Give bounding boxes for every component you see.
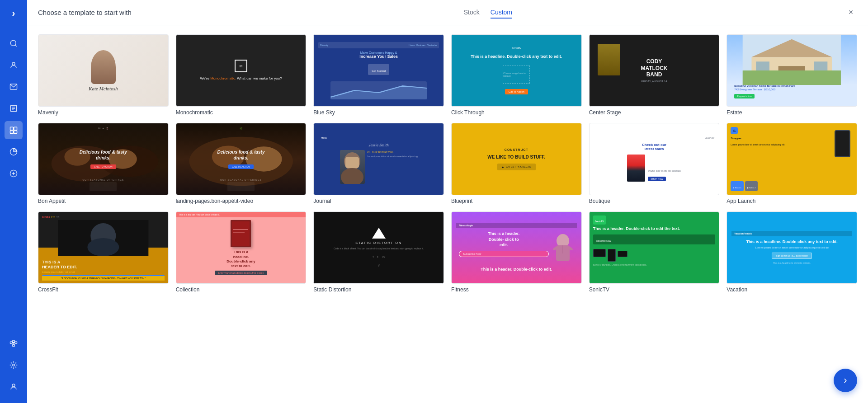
template-card-sonictv[interactable]: SonicTV This is a header. Double-click t…: [589, 211, 720, 293]
sidebar: ›: [0, 0, 27, 403]
fitness-cta: Subscribe Now: [459, 251, 549, 257]
template-thumb-staticdistortion: STATIC DISTORTION Code is a block of tex…: [313, 211, 444, 284]
template-card-mavenly[interactable]: Kate Mcintosh Mavenly: [38, 34, 169, 116]
template-card-bonappetit-video[interactable]: 🌿 Delicious food & tastydrinks. CALL TO …: [176, 123, 307, 204]
template-card-clickthrough[interactable]: Simplify This is a headline. Double-clic…: [451, 34, 582, 116]
svg-rect-45: [232, 221, 250, 246]
mono-headline: We're Monochromatic. What can we make fo…: [200, 76, 282, 81]
svg-rect-46: [233, 229, 248, 230]
template-thumb-boutique: JILLIANT Check out ourlatest sales Doubl…: [589, 123, 720, 195]
mono-m-icon: M: [235, 60, 247, 72]
svg-rect-19: [13, 344, 15, 347]
template-name-blueprint: Blueprint: [451, 198, 582, 204]
template-card-centerstage[interactable]: CODYMATLOCKBAND FRIDAY, AUGUST 14 Center…: [589, 34, 720, 116]
collapse-sidebar-button[interactable]: ›: [5, 5, 23, 23]
staticdistortion-title: STATIC DISTORTION: [355, 241, 402, 244]
template-card-journal[interactable]: Menu Jessie Smith Hi, nice to meet: [313, 123, 444, 204]
bonappetit-headline: Delicious food & tastydrinks.: [80, 149, 127, 161]
add-section-icon[interactable]: [5, 164, 23, 183]
svg-rect-47: [233, 232, 245, 233]
cs-subtext: FRIDAY, AUGUST 14: [641, 80, 667, 83]
fab-next-button[interactable]: ›: [834, 369, 857, 392]
svg-rect-17: [15, 342, 17, 344]
template-card-applaunch[interactable]: S Snapper Lorem ipsum dolor sit amet con…: [726, 123, 857, 204]
template-thumb-centerstage: CODYMATLOCKBAND FRIDAY, AUGUST 14: [589, 34, 720, 107]
integrations-icon[interactable]: [5, 334, 23, 352]
tab-stock[interactable]: Stock: [464, 7, 480, 19]
blueprint-headline: WE LIKE TO BUILD STUFF.: [487, 154, 545, 160]
fitness-headline2: This is a header. Double-click to edit.: [481, 267, 552, 272]
svg-point-2: [12, 62, 15, 65]
estate-house-image: [727, 35, 857, 85]
crossfit-headline: THIS IS AHEADER TO EDIT.: [42, 260, 165, 270]
template-card-bluesky[interactable]: Bluesky Home Features Territories Make C…: [313, 34, 444, 116]
template-thumb-collection: This is a top bar. You can close or hide…: [176, 211, 307, 284]
template-card-estate[interactable]: Beautiful Victorian home for sale in Inm…: [726, 34, 857, 116]
template-thumb-sonictv: SonicTV This is a header. Double-click t…: [589, 211, 720, 284]
svg-rect-10: [10, 131, 14, 134]
template-name-collection: Collection: [176, 286, 307, 293]
template-name-mavenly: Mavenly: [38, 109, 169, 116]
template-name-bonappetit: Bon Appétit: [38, 198, 169, 204]
template-thumb-bonappetit-video: 🌿 Delicious food & tastydrinks. CALL TO …: [176, 123, 307, 195]
template-thumb-monochromatic: M We're Monochromatic. What can we make …: [176, 34, 307, 107]
template-thumb-blueprint: CONSTRUCT WE LIKE TO BUILD STUFF. ▶ LATE…: [451, 123, 582, 195]
template-card-monochromatic[interactable]: M We're Monochromatic. What can we make …: [176, 34, 307, 116]
contacts-icon[interactable]: [5, 56, 23, 74]
analytics-icon[interactable]: [5, 143, 23, 161]
svg-rect-40: [345, 157, 359, 168]
template-card-collection[interactable]: This is a top bar. You can close or hide…: [176, 211, 307, 293]
template-thumb-estate: Beautiful Victorian home for sale in Inm…: [726, 34, 857, 107]
template-thumb-applaunch: S Snapper Lorem ipsum dolor sit amet con…: [726, 123, 857, 195]
applaunch-brand: Snapper: [731, 137, 741, 140]
template-name-bluesky: Blue Sky: [313, 109, 444, 116]
template-card-staticdistortion[interactable]: STATIC DISTORTION Code is a block of tex…: [313, 211, 444, 293]
template-thumb-bluesky: Bluesky Home Features Territories Make C…: [313, 34, 444, 107]
svg-rect-9: [14, 127, 17, 130]
boutique-person: [627, 155, 645, 182]
template-thumb-fitness: FitnessYogin This is a header.Double- cl…: [451, 211, 582, 284]
template-thumb-crossfit: CROSSFIT ✦✦ THIS IS AHEADER TO EDIT. Lor…: [38, 211, 169, 284]
search-icon[interactable]: [5, 34, 23, 52]
template-card-blueprint[interactable]: CONSTRUCT WE LIKE TO BUILD STUFF. ▶ LATE…: [451, 123, 582, 204]
template-name-vacation: Vacation: [726, 286, 857, 293]
header-tabs: Stock Custom: [464, 7, 512, 19]
template-name-crossfit: CrossFit: [38, 286, 169, 293]
template-name-boutique: Boutique: [589, 198, 720, 204]
template-card-bonappetit[interactable]: 🍽 ✦ 🍷 Delicious food & tastydrinks. CALL…: [38, 123, 169, 204]
template-name-staticdistortion: Static Distortion: [313, 286, 444, 293]
svg-line-1: [15, 45, 16, 46]
bonappetit-video-headline: Delicious food & tastydrinks.: [217, 149, 264, 161]
svg-point-22: [12, 384, 15, 387]
template-card-boutique[interactable]: JILLIANT Check out ourlatest sales Doubl…: [589, 123, 720, 204]
boutique-headline: Check out ourlatest sales: [642, 143, 666, 151]
cs-headline: CODYMATLOCKBAND: [641, 58, 667, 78]
templates-grid: Kate Mcintosh Mavenly M We're Monochroma…: [38, 34, 857, 293]
user-avatar-icon[interactable]: [5, 378, 23, 396]
email-icon[interactable]: [5, 78, 23, 96]
vacation-headline: This is a headline. Double-click any tex…: [746, 239, 838, 245]
template-card-vacation[interactable]: VacationRentals This is a headline. Doub…: [726, 211, 857, 293]
template-name-estate: Estate: [726, 109, 857, 116]
template-card-crossfit[interactable]: CROSSFIT ✦✦ THIS IS AHEADER TO EDIT. Lor…: [38, 211, 169, 293]
close-button[interactable]: ×: [844, 6, 857, 19]
forms-icon[interactable]: [5, 99, 23, 117]
template-thumb-mavenly: Kate Mcintosh: [38, 34, 169, 107]
tab-custom[interactable]: Custom: [491, 7, 512, 19]
template-name-sonictv: SonicTV: [589, 286, 720, 293]
template-thumb-clickthrough: Simplify This is a headline. Double-clic…: [451, 34, 582, 107]
template-name-journal: Journal: [313, 198, 444, 204]
collection-text: This is aheadline.Double-click anytext t…: [226, 250, 255, 269]
template-thumb-bonappetit: 🍽 ✦ 🍷 Delicious food & tastydrinks. CALL…: [38, 123, 169, 195]
svg-rect-8: [10, 127, 14, 130]
bs-subheadline: Make Customers Happy &: [360, 51, 397, 54]
settings-icon[interactable]: [5, 356, 23, 374]
svg-point-21: [13, 364, 15, 366]
svg-point-0: [10, 40, 16, 46]
bs-headline: Increase Your Sales: [359, 54, 398, 59]
template-card-fitness[interactable]: FitnessYogin This is a header.Double- cl…: [451, 211, 582, 293]
pages-icon[interactable]: [5, 121, 23, 139]
template-chooser-header: Choose a template to start with Stock Cu…: [27, 0, 868, 25]
ct-headline: This is a headline. Double-click any tex…: [471, 54, 562, 60]
template-thumb-journal: Menu Jessie Smith Hi, nice to meet: [313, 123, 444, 195]
